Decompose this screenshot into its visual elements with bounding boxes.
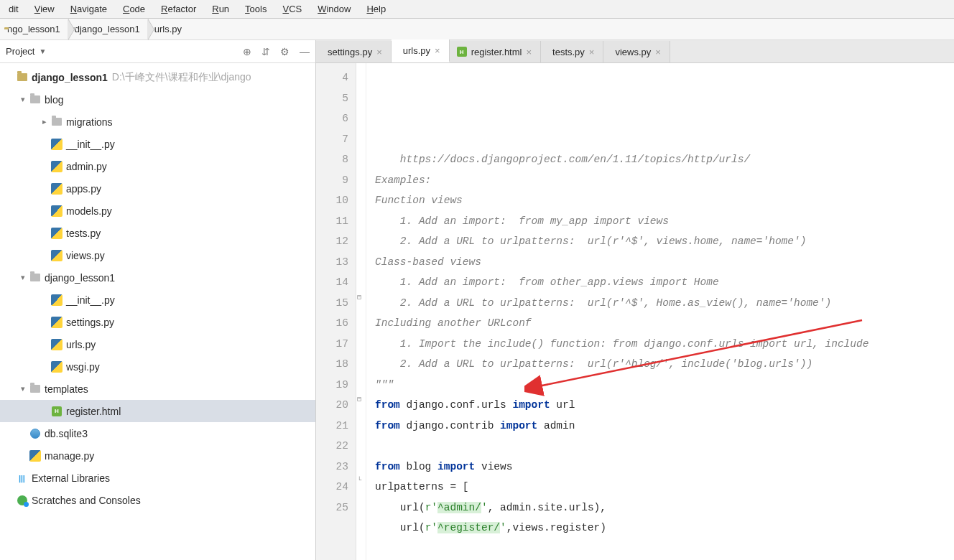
close-icon[interactable]: × <box>376 47 382 57</box>
code-line-18[interactable] <box>375 436 954 457</box>
tab-views-py[interactable]: views.py× <box>603 41 670 62</box>
tree-item-migrations[interactable]: ▸migrations <box>0 111 315 133</box>
gear-icon[interactable]: ⚙ <box>280 46 290 57</box>
code-content[interactable]: https://docs.djangoproject.com/en/1.11/t… <box>366 63 954 560</box>
tree-item-label: views.py <box>66 250 105 261</box>
tree-item-register-html[interactable]: Hregister.html <box>0 400 315 422</box>
code-line-5[interactable]: Examples: <box>375 170 954 191</box>
tree-item-label: migrations <box>66 116 113 128</box>
code-line-22[interactable]: url(r'^register/',views.register) <box>375 518 954 538</box>
fold-end-icon: └ <box>357 477 361 485</box>
chevron-down-icon[interactable]: ▼ <box>39 47 46 55</box>
code-line-20[interactable]: urlpatterns = [ <box>375 477 954 498</box>
chevron-down-icon[interactable]: ▾ <box>17 95 29 104</box>
close-icon[interactable]: × <box>435 45 440 56</box>
collapse-icon[interactable]: ⇵ <box>261 46 270 57</box>
tree-item-blog[interactable]: ▾blog <box>0 88 315 111</box>
tree-item-db-sqlite3[interactable]: db.sqlite3 <box>0 422 315 444</box>
tree-item-label: django_lesson1 <box>45 272 115 284</box>
tree-item-label: models.py <box>66 205 112 217</box>
tab-tests-py[interactable]: tests.py× <box>541 41 603 62</box>
hide-icon[interactable]: — <box>300 46 310 57</box>
tree-item-label: manage.py <box>45 450 94 462</box>
code-line-19[interactable]: from blog import views <box>375 457 954 477</box>
tab-label: urls.py <box>403 45 430 56</box>
line-number-gutter: 45678910111213141516171819202122232425 <box>316 63 356 560</box>
tab-label: settings.py <box>328 47 372 57</box>
close-icon[interactable]: × <box>655 47 661 57</box>
code-line-16[interactable]: from django.conf.urls import url <box>375 395 954 416</box>
tree-item--init-py[interactable]: __init__.py <box>0 133 315 155</box>
menu-item-tools[interactable]: Tools <box>239 2 272 16</box>
tree-item-scratches-and-consoles[interactable]: Scratches and Consoles <box>0 489 315 511</box>
project-tool-title[interactable]: Project <box>6 46 34 57</box>
code-line-17[interactable]: from django.contrib import admin <box>375 416 954 437</box>
breadcrumb-label: urls.py <box>154 24 182 34</box>
close-icon[interactable]: × <box>526 47 532 57</box>
fold-toggle-icon[interactable]: ⊟ <box>357 293 361 302</box>
code-editor[interactable]: 45678910111213141516171819202122232425 ⊟… <box>316 63 954 560</box>
tree-item-urls-py[interactable]: urls.py <box>0 333 315 355</box>
tab-settings-py[interactable]: settings.py× <box>316 41 392 62</box>
chevron-right-icon[interactable]: ▸ <box>39 117 50 126</box>
tree-item-wsgi-py[interactable]: wsgi.py <box>0 355 315 378</box>
tree-item-label: Scratches and Consoles <box>32 495 141 506</box>
code-line-9[interactable]: Class-based views <box>375 252 954 273</box>
fold-column[interactable]: ⊟⊟└ <box>356 63 366 560</box>
editor-tab-bar: settings.py×urls.py×Hregister.html×tests… <box>316 40 954 63</box>
tree-item--init-py[interactable]: __init__.py <box>0 289 315 311</box>
tree-item-settings-py[interactable]: settings.py <box>0 311 315 333</box>
menu-item-refactor[interactable]: Refactor <box>155 2 202 16</box>
menu-item-window[interactable]: Window <box>312 2 356 16</box>
tab-urls-py[interactable]: urls.py× <box>392 39 450 62</box>
tree-item-label: admin.py <box>66 161 107 172</box>
code-line-10[interactable]: 1. Add an import: from other_app.views i… <box>375 272 954 293</box>
project-tree[interactable]: django_lesson1 D:\千峰文件\课程和作业\django▾blog… <box>0 63 315 560</box>
tree-item-label: tests.py <box>66 228 101 239</box>
menu-item-view[interactable]: View <box>29 2 60 16</box>
locate-icon[interactable]: ⊕ <box>243 46 251 57</box>
breadcrumb: ngo_lesson1django_lesson1urls.py <box>0 19 954 40</box>
project-tool-header: Project ▼ ⊕ ⇵ ⚙ — <box>0 40 315 63</box>
tree-item-external-libraries[interactable]: ⫼External Libraries <box>0 467 315 489</box>
tree-item-django-lesson1[interactable]: ▾django_lesson1 <box>0 266 315 289</box>
code-line-11[interactable]: 2. Add a URL to urlpatterns: url(r'^$', … <box>375 293 954 314</box>
code-line-13[interactable]: 1. Import the include() function: from d… <box>375 334 954 355</box>
tree-item-templates[interactable]: ▾templates <box>0 378 315 400</box>
chevron-down-icon[interactable]: ▾ <box>17 384 29 393</box>
tree-item-label: templates <box>45 383 88 395</box>
chevron-down-icon[interactable]: ▾ <box>17 273 29 282</box>
menu-item-run[interactable]: Run <box>206 2 235 16</box>
fold-toggle-icon[interactable]: ⊟ <box>357 395 361 403</box>
tree-item-admin-py[interactable]: admin.py <box>0 155 315 177</box>
close-icon[interactable]: × <box>589 47 595 57</box>
code-line-21[interactable]: url(r'^admin/', admin.site.urls), <box>375 498 954 518</box>
code-line-12[interactable]: Including another URLconf <box>375 313 954 334</box>
breadcrumb-item[interactable]: django_lesson1 <box>68 19 147 39</box>
menu-item-help[interactable]: Help <box>361 2 392 16</box>
code-line-14[interactable]: 2. Add a URL to urlpatterns: url(r'^blog… <box>375 354 954 375</box>
code-line-15[interactable]: """ <box>375 375 954 396</box>
menu-item-vcs[interactable]: VCS <box>277 2 307 16</box>
tree-item-apps-py[interactable]: apps.py <box>0 177 315 200</box>
menu-item-code[interactable]: Code <box>117 2 151 16</box>
tree-item-views-py[interactable]: views.py <box>0 244 315 266</box>
tree-item-label: __init__.py <box>66 294 115 306</box>
tree-item-label: db.sqlite3 <box>45 428 88 439</box>
code-line-23[interactable] <box>375 538 954 559</box>
code-line-6[interactable]: Function views <box>375 190 954 211</box>
breadcrumb-item[interactable]: ngo_lesson1 <box>0 19 68 39</box>
tree-root[interactable]: django_lesson1 D:\千峰文件\课程和作业\django <box>0 66 315 88</box>
tree-item-label: register.html <box>66 406 121 417</box>
tree-item-models-py[interactable]: models.py <box>0 200 315 222</box>
tree-item-label: apps.py <box>66 183 101 195</box>
menu-item-edit[interactable]: dit <box>3 2 24 16</box>
project-tool-window: Project ▼ ⊕ ⇵ ⚙ — django_lesson1 D:\千峰文件… <box>0 40 316 560</box>
code-line-7[interactable]: 1. Add an import: from my_app import vie… <box>375 211 954 232</box>
tree-item-tests-py[interactable]: tests.py <box>0 222 315 244</box>
tree-item-manage-py[interactable]: manage.py <box>0 444 315 467</box>
tab-register-html[interactable]: Hregister.html× <box>450 41 541 62</box>
code-line-8[interactable]: 2. Add a URL to urlpatterns: url(r'^$', … <box>375 231 954 252</box>
menu-item-navigate[interactable]: Navigate <box>65 2 113 16</box>
code-line-4[interactable]: https://docs.djangoproject.com/en/1.11/t… <box>375 149 954 170</box>
